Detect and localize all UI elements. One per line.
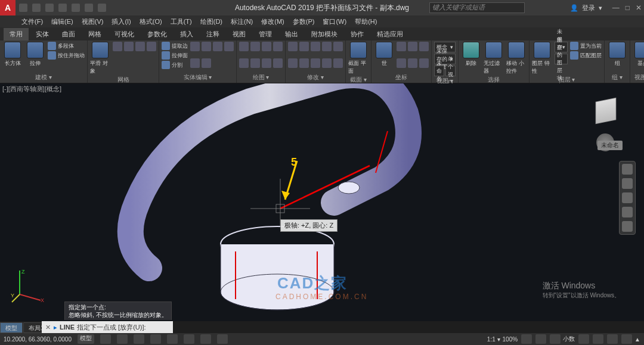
- close-button[interactable]: ✕: [636, 4, 642, 12]
- drawing-viewport[interactable]: [-][西南等轴测][概念] 5 极轴: +Z, 圆心: Z 未命名: [0, 83, 644, 321]
- rotate-icon[interactable]: [311, 42, 320, 51]
- mesh-tool-icon[interactable]: [147, 42, 156, 51]
- nav-zoom-icon[interactable]: [622, 192, 633, 203]
- model-paper-toggle[interactable]: 模型: [78, 334, 94, 344]
- solid-tool-icon[interactable]: [224, 42, 234, 51]
- tab-mesh[interactable]: 网格: [82, 28, 107, 41]
- solid-tool-icon[interactable]: [202, 42, 211, 51]
- tab-surface[interactable]: 曲面: [56, 28, 81, 41]
- tab-annotate[interactable]: 注释: [200, 28, 225, 41]
- box-button[interactable]: 长方体: [2, 42, 23, 73]
- panel-title-view2[interactable]: 视图 ▾: [633, 73, 644, 82]
- solid-tool-icon[interactable]: [190, 58, 200, 68]
- nav-orbit-icon[interactable]: [622, 207, 633, 217]
- help-search-input[interactable]: 键入关键字或短语: [429, 2, 525, 13]
- panel-title-section[interactable]: 截面 ▾: [348, 75, 369, 84]
- tab-home[interactable]: 常用: [4, 28, 29, 41]
- tab-visualize[interactable]: 可视化: [109, 28, 140, 41]
- array-icon[interactable]: [322, 58, 332, 68]
- extend-icon[interactable]: [299, 58, 309, 68]
- login-link[interactable]: 登录: [582, 4, 595, 13]
- otrack-toggle-icon[interactable]: [184, 334, 194, 344]
- panel-title-group[interactable]: 组 ▾: [607, 73, 627, 82]
- polysolid-button[interactable]: 多段体: [48, 42, 85, 50]
- viewcube[interactable]: [589, 94, 623, 128]
- clean-screen-icon[interactable]: [621, 334, 632, 344]
- nav-pan-icon[interactable]: [622, 178, 633, 189]
- separate-button[interactable]: 分割: [162, 61, 188, 69]
- menu-edit[interactable]: 编辑(E): [48, 17, 77, 26]
- tab-addins[interactable]: 附加模块: [305, 28, 343, 41]
- polar-toggle-icon[interactable]: [150, 334, 161, 344]
- line-icon[interactable]: [239, 42, 249, 51]
- customize-arrow-icon[interactable]: ▲: [634, 336, 640, 343]
- snap-toggle-icon[interactable]: [117, 334, 128, 344]
- match-layer-button[interactable]: 匹配图层: [570, 51, 602, 60]
- hardware-accel-icon[interactable]: [593, 334, 603, 344]
- mesh-tool-icon[interactable]: [124, 42, 134, 51]
- mesh-tool-icon[interactable]: [135, 42, 145, 51]
- qat-undo-icon[interactable]: [85, 4, 93, 12]
- menu-window[interactable]: 窗口(W): [319, 17, 350, 26]
- copy-icon[interactable]: [299, 42, 309, 51]
- workspace-icon[interactable]: [535, 334, 546, 344]
- circle-icon[interactable]: [262, 42, 271, 51]
- ellipse-icon[interactable]: [250, 58, 260, 68]
- menu-view[interactable]: 视图(V): [78, 17, 107, 26]
- ucs-tool-icon[interactable]: [408, 42, 417, 51]
- scale-icon[interactable]: [333, 42, 343, 51]
- ortho-toggle-icon[interactable]: [134, 334, 144, 344]
- polyline-icon[interactable]: [250, 42, 260, 51]
- tab-output[interactable]: 输出: [279, 28, 304, 41]
- osnap-toggle-icon[interactable]: [167, 334, 178, 344]
- qat-redo-icon[interactable]: [98, 4, 106, 12]
- move-icon[interactable]: [288, 42, 298, 51]
- tab-view[interactable]: 视图: [227, 28, 252, 41]
- qat-new-icon[interactable]: [19, 4, 27, 12]
- annotation-scale-icon[interactable]: [521, 334, 532, 344]
- arc-icon[interactable]: [273, 42, 283, 51]
- unnamed-view-tag[interactable]: 未命名: [597, 141, 623, 150]
- panel-title-coords[interactable]: 坐标: [374, 73, 429, 82]
- anno-monitor-icon[interactable]: [550, 334, 561, 344]
- panel-title-modeling[interactable]: 建模 ▾: [2, 73, 85, 82]
- menu-parametric[interactable]: 参数(P): [289, 17, 318, 26]
- tab-parametric[interactable]: 参数化: [141, 28, 173, 41]
- mirror-icon[interactable]: [322, 42, 332, 51]
- zoom-percent[interactable]: 100%: [503, 336, 518, 343]
- tab-collaborate[interactable]: 协作: [345, 28, 370, 41]
- fillet-icon[interactable]: [311, 58, 320, 68]
- menu-modify[interactable]: 修改(M): [258, 17, 288, 26]
- quickprops-icon[interactable]: [578, 334, 589, 344]
- group-button[interactable]: 组: [607, 42, 627, 73]
- maximize-button[interactable]: □: [626, 4, 630, 12]
- ucs-tool-icon[interactable]: [397, 58, 406, 68]
- extract-edges-button[interactable]: 提取边: [162, 42, 188, 50]
- ucs-tool-icon[interactable]: [419, 58, 429, 68]
- user-dropdown-icon[interactable]: ▾: [599, 4, 602, 12]
- layer-properties-button[interactable]: 图层 特性: [532, 42, 552, 75]
- extrude-button[interactable]: 拉伸: [25, 42, 45, 73]
- panel-title-solid-edit[interactable]: 实体编辑 ▾: [162, 73, 234, 82]
- scale-dropdown[interactable]: 1:1 ▾: [487, 336, 500, 343]
- panel-title-layers[interactable]: 图层 ▾: [532, 75, 602, 84]
- viewport-dropdown[interactable]: 单个视口: [445, 66, 456, 76]
- no-filter-button[interactable]: 无过滤器: [484, 42, 504, 75]
- panel-title-modify[interactable]: 修改 ▾: [288, 73, 343, 82]
- hatch-icon[interactable]: [273, 58, 283, 68]
- menu-format[interactable]: 格式(O): [136, 17, 166, 26]
- dyn-input-icon[interactable]: [200, 334, 211, 344]
- nav-fullnav-icon[interactable]: [622, 164, 633, 175]
- solid-tool-icon[interactable]: [202, 58, 211, 68]
- tab-solid[interactable]: 实体: [30, 28, 55, 41]
- tab-featured[interactable]: 精选应用: [371, 28, 409, 41]
- menu-help[interactable]: 帮助(H): [351, 17, 380, 26]
- extrude-face-button[interactable]: 拉伸面: [162, 51, 188, 60]
- solid-tool-icon[interactable]: [190, 42, 200, 51]
- smooth-button[interactable]: 平滑 对象: [90, 42, 110, 75]
- move-gizmo-button[interactable]: 移动 小控件: [506, 42, 527, 75]
- qat-open-icon[interactable]: [32, 4, 41, 12]
- section-plane-button[interactable]: 截面 平面: [348, 42, 369, 75]
- grid-toggle-icon[interactable]: [100, 334, 111, 344]
- isolate-icon[interactable]: [607, 334, 618, 344]
